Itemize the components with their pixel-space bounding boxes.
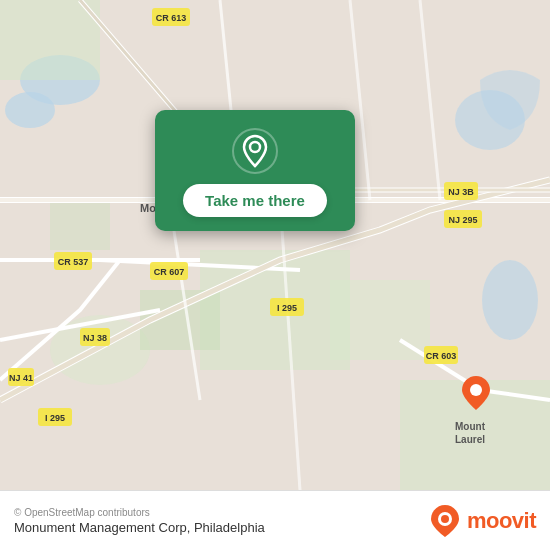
road-label-nj38-2: NJ 38 (83, 333, 107, 343)
svg-point-2 (5, 92, 55, 128)
svg-point-4 (482, 260, 538, 340)
bottom-bar: © OpenStreetMap contributors Monument Ma… (0, 490, 550, 550)
location-name: Monument Management Corp, Philadelphia (14, 520, 417, 535)
map-svg: CR 613 NJ 3B NJ 295 CR 537 CR 607 I 295 … (0, 0, 550, 490)
svg-point-26 (441, 515, 449, 523)
svg-point-24 (470, 384, 482, 396)
moovit-logo-icon (427, 503, 463, 539)
road-label-nj38-1: NJ 3B (448, 187, 474, 197)
moovit-pin (462, 376, 490, 410)
take-me-there-button[interactable]: Take me there (183, 184, 327, 217)
road-label-cr607: CR 607 (154, 267, 185, 277)
road-label-i295-2: I 295 (45, 413, 65, 423)
road-label-cr613: CR 613 (156, 13, 187, 23)
road-label-i295: I 295 (277, 303, 297, 313)
svg-point-23 (250, 142, 260, 152)
svg-rect-5 (0, 0, 100, 80)
place-mount-laurel: Mount (455, 421, 486, 432)
popup-card: Take me there (155, 110, 355, 231)
road-label-cr537: CR 537 (58, 257, 89, 267)
location-pin-icon (232, 128, 278, 174)
copyright-text: © OpenStreetMap contributors (14, 507, 417, 518)
moovit-pin-icon (462, 376, 490, 410)
moovit-text: moovit (467, 508, 536, 534)
place-mount-laurel-2: Laurel (455, 434, 485, 445)
road-label-nj41: NJ 41 (9, 373, 33, 383)
moovit-logo: moovit (427, 503, 536, 539)
road-label-cr603: CR 603 (426, 351, 457, 361)
svg-rect-11 (50, 200, 110, 250)
road-label-nj295: NJ 295 (448, 215, 477, 225)
map-container: CR 613 NJ 3B NJ 295 CR 537 CR 607 I 295 … (0, 0, 550, 490)
